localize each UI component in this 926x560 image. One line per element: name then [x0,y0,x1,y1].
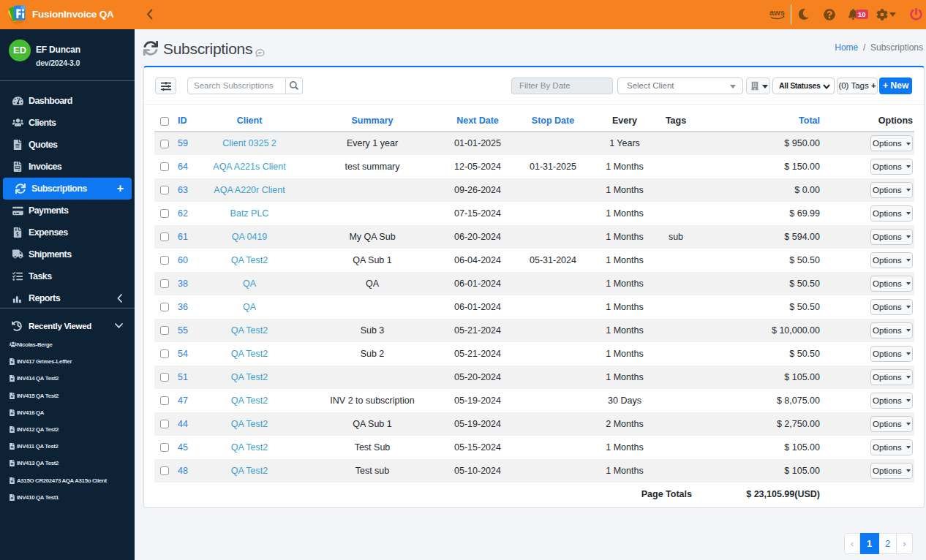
svg-text:aws: aws [769,8,785,17]
